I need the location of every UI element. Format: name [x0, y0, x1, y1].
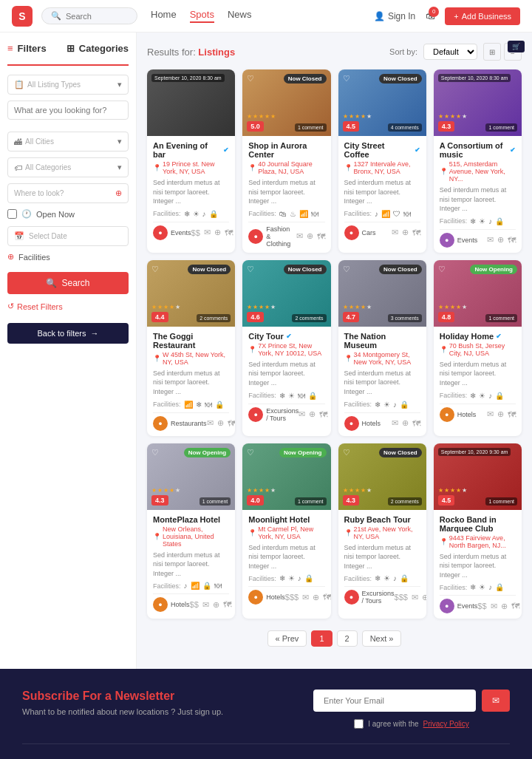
search-bar[interactable]: 🔍	[41, 7, 137, 24]
next-page-button[interactable]: Next »	[362, 630, 402, 647]
map-action-icon[interactable]: 🗺	[412, 228, 420, 237]
map-action-icon[interactable]: 🗺	[508, 410, 516, 419]
card-comments-count: 3 comments	[388, 314, 422, 322]
mail-action-icon[interactable]: ✉	[202, 600, 209, 610]
map-action-icon[interactable]: 🗺	[412, 419, 420, 428]
facilities-row[interactable]: ⊕ Facilities	[7, 252, 129, 262]
open-now-checkbox[interactable]	[7, 209, 17, 219]
card-name: A Consortium of music ✔	[440, 141, 516, 159]
card-facilities: Facilities: ❄☀🍽🔒	[248, 392, 324, 400]
prev-page-button[interactable]: « Prev	[267, 630, 307, 647]
share-action-icon[interactable]: ⊕	[497, 409, 504, 419]
page-2-button[interactable]: 2	[337, 630, 358, 647]
grid-view-icon[interactable]: ⊞	[483, 43, 501, 61]
map-action-icon[interactable]: 🗺	[508, 236, 516, 245]
heart-icon[interactable]: ♡	[343, 448, 350, 457]
star-icon: ★	[450, 487, 455, 494]
star-icon: ★	[444, 304, 449, 310]
stars-container: ★★★★★	[151, 304, 180, 310]
mail-action-icon[interactable]: ✉	[207, 418, 214, 428]
map-action-icon[interactable]: 🗺	[323, 593, 330, 602]
where-select[interactable]: Where to look? ⊕	[7, 183, 129, 203]
share-action-icon[interactable]: ⊕	[501, 602, 508, 611]
share-action-icon[interactable]: ⊕	[313, 593, 319, 602]
share-action-icon[interactable]: ⊕	[402, 228, 409, 237]
facility-icon: 📶	[381, 210, 390, 218]
date-select[interactable]: 📅 Select Date	[7, 226, 129, 246]
verified-icon: ✔	[496, 333, 502, 340]
sort-select[interactable]: Default	[423, 44, 477, 60]
map-action-icon[interactable]: 🗺	[223, 600, 231, 609]
facility-icon: ♪	[393, 574, 397, 582]
card-score: 5.0	[247, 121, 264, 132]
share-action-icon[interactable]: ⊕	[213, 600, 219, 610]
share-action-icon[interactable]: ⊕	[217, 418, 224, 428]
mail-action-icon[interactable]: ✉	[392, 228, 398, 237]
listing-type-select[interactable]: 📋 All Listing Types ▾	[7, 75, 129, 95]
sign-in-button[interactable]: 👤 Sign In	[374, 11, 415, 21]
share-action-icon[interactable]: ⊕	[497, 235, 504, 245]
mail-action-icon[interactable]: ✉	[487, 409, 494, 419]
map-action-icon[interactable]: 🗺	[317, 232, 325, 241]
newsletter-submit-button[interactable]: ✉	[482, 690, 510, 712]
location-pin-icon: 📍	[153, 164, 161, 171]
search-input[interactable]	[66, 12, 132, 21]
nav-news[interactable]: News	[228, 9, 252, 23]
back-to-filters-button[interactable]: Back to filters →	[7, 323, 129, 344]
share-action-icon[interactable]: ⊕	[309, 409, 316, 419]
mail-action-icon[interactable]: ✉	[487, 235, 494, 245]
map-action-icon[interactable]: 🗺	[228, 419, 236, 428]
facility-icon: ❄	[470, 217, 476, 225]
share-action-icon[interactable]: ⊕	[422, 593, 426, 602]
privacy-policy-link[interactable]: Privacy Policy	[423, 720, 469, 728]
heart-icon[interactable]: ♡	[151, 448, 159, 457]
mail-action-icon[interactable]: ✉	[296, 231, 303, 241]
map-action-icon[interactable]: 🗺	[225, 228, 233, 237]
mail-action-icon[interactable]: ✉	[302, 593, 309, 602]
page-1-button[interactable]: 1	[311, 630, 332, 647]
mail-action-icon[interactable]: ✉	[392, 418, 398, 428]
mail-action-icon[interactable]: ✉	[204, 228, 211, 237]
card-name: An Evening of bar ✔	[153, 141, 229, 159]
map-action-icon[interactable]: 🗺	[511, 602, 519, 610]
nav-spots[interactable]: Spots	[190, 9, 214, 23]
logo: S	[12, 6, 33, 27]
mail-action-icon[interactable]: ✉	[299, 409, 305, 419]
heart-icon[interactable]: ♡	[438, 265, 446, 274]
card-footer: ● Excursions / Tours $$$ ✉ ⊕ 🗺	[344, 586, 420, 605]
add-business-button[interactable]: + Add Business	[445, 7, 520, 25]
heart-icon[interactable]: ♡	[343, 265, 350, 274]
heart-icon[interactable]: ♡	[247, 448, 254, 457]
facility-icon: ♨	[290, 210, 296, 218]
facility-icon: 🔒	[495, 392, 504, 400]
results-title: Results for: Listings	[147, 47, 235, 58]
mail-action-icon[interactable]: ✉	[491, 602, 497, 611]
categories-select[interactable]: 🏷 All Categories ▾	[7, 157, 129, 177]
share-action-icon[interactable]: ⊕	[307, 231, 313, 241]
cities-select[interactable]: 🏙 All Cities ▾	[7, 132, 129, 152]
category-name: Events	[457, 602, 478, 610]
card-image: ♡ Now Closed 4.3 2 comments ★★★★★	[338, 443, 426, 510]
card-address: 📍 W 45th St, New York, NY, USA	[153, 351, 229, 366]
listing-card: September 10, 2020 8:30 am An Evening of…	[147, 69, 235, 253]
stars-row: ★★★★★	[343, 304, 372, 310]
share-action-icon[interactable]: ⊕	[214, 228, 221, 237]
open-now-check[interactable]: 🕐 Open Now	[7, 209, 129, 219]
cart-icon[interactable]: 🛍 0	[426, 11, 434, 21]
newsletter-agree-checkbox[interactable]	[354, 719, 364, 729]
heart-icon[interactable]: ♡	[247, 74, 254, 84]
heart-icon[interactable]: ♡	[151, 265, 159, 274]
search-button[interactable]: 🔍 Search	[7, 272, 129, 294]
stars-row: ★★★★★	[438, 304, 467, 310]
share-action-icon[interactable]: ⊕	[402, 418, 409, 428]
mail-action-icon[interactable]: ✉	[412, 593, 418, 602]
heart-icon[interactable]: ♡	[247, 265, 254, 274]
looking-for-input[interactable]	[7, 101, 129, 120]
card-description: Sed interdum metus at nisi tempor laoree…	[344, 369, 420, 397]
newsletter-email-input[interactable]	[313, 690, 476, 712]
heart-icon[interactable]: ♡	[343, 74, 350, 84]
map-action-icon[interactable]: 🗺	[319, 410, 327, 419]
card-image: ♡ Now Opening 4.0 1 comment ★★★★★	[242, 443, 330, 510]
reset-filters-button[interactable]: ↺ Reset Filters	[7, 300, 129, 313]
nav-home[interactable]: Home	[151, 9, 177, 23]
